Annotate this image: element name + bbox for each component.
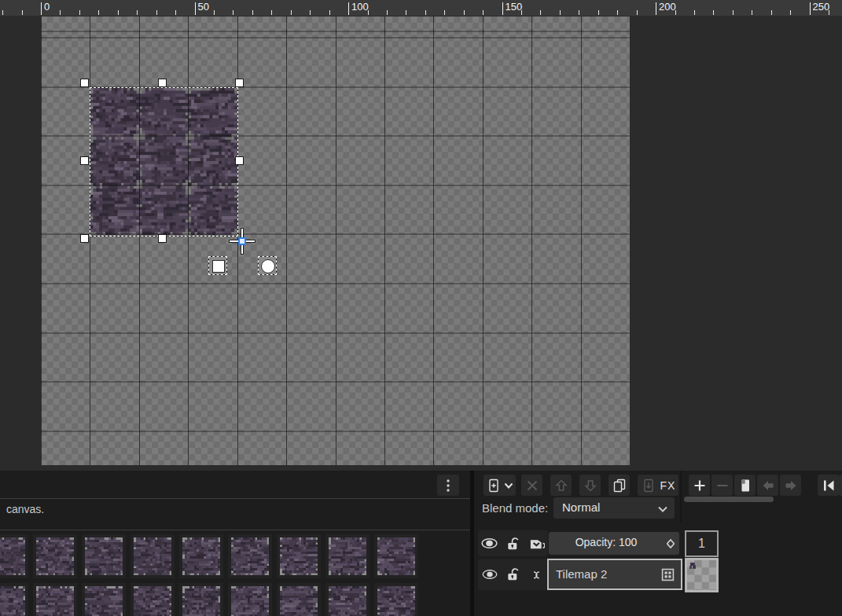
fx-button-label: FX xyxy=(660,479,676,492)
tile-preview xyxy=(377,586,415,616)
move-layer-down-button[interactable] xyxy=(579,475,601,496)
tileset-tile[interactable] xyxy=(325,583,370,616)
selection-handle-bottom-left[interactable] xyxy=(80,234,89,243)
bottom-dock: canvas. FX Blend mode: Normal xyxy=(0,471,842,616)
selection-handle-middle-left[interactable] xyxy=(80,156,89,165)
add-layer-button[interactable] xyxy=(484,475,516,496)
selection-handle-top-right[interactable] xyxy=(235,79,244,87)
tileset-tile[interactable] xyxy=(228,534,272,578)
divider xyxy=(0,530,470,530)
selection-marquee[interactable] xyxy=(90,87,238,236)
tileset-tile[interactable] xyxy=(325,534,370,578)
clipped-button[interactable] xyxy=(839,475,842,496)
lock-all-button[interactable] xyxy=(502,530,523,556)
opacity-spin-down-icon[interactable] xyxy=(666,538,675,552)
tile-preview xyxy=(377,537,415,575)
canvas-viewport[interactable] xyxy=(0,16,842,471)
ruler-minor-tick xyxy=(271,10,272,15)
pixel-canvas[interactable] xyxy=(41,16,630,465)
tile-preview xyxy=(36,586,74,616)
layer-link-cels-button[interactable] xyxy=(526,559,546,590)
layer-name-field[interactable]: Tilemap 2 xyxy=(547,559,682,590)
tileset-tile[interactable] xyxy=(179,534,223,578)
tileset-tile[interactable] xyxy=(374,534,418,578)
eye-icon xyxy=(481,569,498,580)
tileset-tile[interactable] xyxy=(0,583,28,616)
tileset-tile[interactable] xyxy=(131,534,175,578)
selection-square-gizmo[interactable] xyxy=(208,256,227,275)
ruler-major-tick xyxy=(348,2,349,15)
clone-frame-button[interactable] xyxy=(734,475,756,496)
move-frame-right-button[interactable] xyxy=(780,475,801,496)
selection-handle-bottom-middle[interactable] xyxy=(158,234,167,243)
ruler-minor-tick xyxy=(771,10,772,15)
selection-handle-middle-right[interactable] xyxy=(235,156,244,165)
ruler-minor-tick xyxy=(483,10,484,15)
tileset-tile[interactable] xyxy=(82,534,126,578)
blend-mode-label: Blend mode: xyxy=(482,501,548,515)
tile-preview xyxy=(134,537,171,575)
move-frame-left-button[interactable] xyxy=(757,475,778,496)
tile-preview xyxy=(231,537,269,575)
visibility-all-button[interactable] xyxy=(480,530,500,556)
layer-header-toggles xyxy=(478,530,548,556)
ruler-minor-tick xyxy=(329,10,330,15)
tileset-tile[interactable] xyxy=(0,534,28,578)
ruler-minor-tick xyxy=(175,10,176,15)
ruler-minor-tick xyxy=(464,10,465,15)
frame-number: 1 xyxy=(698,537,705,550)
delete-layer-icon xyxy=(524,478,540,493)
ruler-major-tick xyxy=(502,2,503,15)
tile-preview xyxy=(0,586,25,616)
tileset-tile[interactable] xyxy=(33,583,77,616)
ruler-minor-tick xyxy=(156,10,157,15)
layer-fx-button[interactable]: FX xyxy=(657,475,678,496)
tile-preview xyxy=(182,537,220,575)
tileset-tile[interactable] xyxy=(228,583,272,616)
tile-preview xyxy=(329,586,366,616)
ruler-label: 50 xyxy=(198,1,209,13)
frame-1-header-button[interactable]: 1 xyxy=(685,530,719,557)
go-to-first-frame-button[interactable] xyxy=(818,475,839,496)
tileset-tile[interactable] xyxy=(277,583,321,616)
ruler-minor-tick xyxy=(98,10,99,15)
eye-icon xyxy=(480,537,498,549)
layer-lock-button[interactable] xyxy=(502,559,523,590)
merge-layer-down-icon xyxy=(641,478,656,493)
clone-layer-icon xyxy=(612,478,627,493)
pixel-editor-window: 050100150200250 xyxy=(0,0,842,616)
move-layer-up-button[interactable] xyxy=(550,475,572,496)
tileset-menu-button[interactable] xyxy=(437,475,459,496)
selection-handle-top-left[interactable] xyxy=(80,79,89,87)
delete-layer-button[interactable] xyxy=(521,475,542,496)
opacity-slider[interactable]: Opacity: 100 xyxy=(549,532,679,555)
ruler-minor-tick xyxy=(694,10,695,15)
lock-open-icon xyxy=(506,536,520,552)
delete-frame-button[interactable] xyxy=(711,475,733,496)
tileset-tile[interactable] xyxy=(277,534,321,578)
layer-visibility-button[interactable] xyxy=(480,559,500,590)
tileset-tile[interactable] xyxy=(374,583,418,616)
tilemap-layer-icon xyxy=(661,568,675,585)
ruler-minor-tick xyxy=(425,10,426,15)
merge-layer-down-button[interactable] xyxy=(638,475,659,496)
ruler-major-tick xyxy=(41,2,42,15)
link-cels-button[interactable] xyxy=(526,530,546,556)
clone-layer-button[interactable] xyxy=(609,475,630,496)
tileset-tile[interactable] xyxy=(179,583,223,616)
tileset-tile[interactable] xyxy=(131,583,175,616)
tileset-tile[interactable] xyxy=(82,583,126,616)
blend-mode-value: Normal xyxy=(562,500,600,514)
ruler-label: 0 xyxy=(44,1,50,13)
tile-preview xyxy=(182,586,220,616)
chevron-down-icon xyxy=(657,503,668,517)
tileset-tile[interactable] xyxy=(33,534,77,578)
ruler-minor-tick xyxy=(310,10,311,15)
cel-thumbnail-frame-1[interactable] xyxy=(685,558,719,592)
blend-mode-dropdown[interactable]: Normal xyxy=(553,497,675,519)
timeline-scrollbar[interactable] xyxy=(684,497,774,502)
add-frame-button[interactable] xyxy=(689,475,710,496)
selection-rotate-gizmo[interactable] xyxy=(258,256,277,275)
tile-preview xyxy=(85,537,123,575)
selection-handle-top-middle[interactable] xyxy=(158,79,167,87)
